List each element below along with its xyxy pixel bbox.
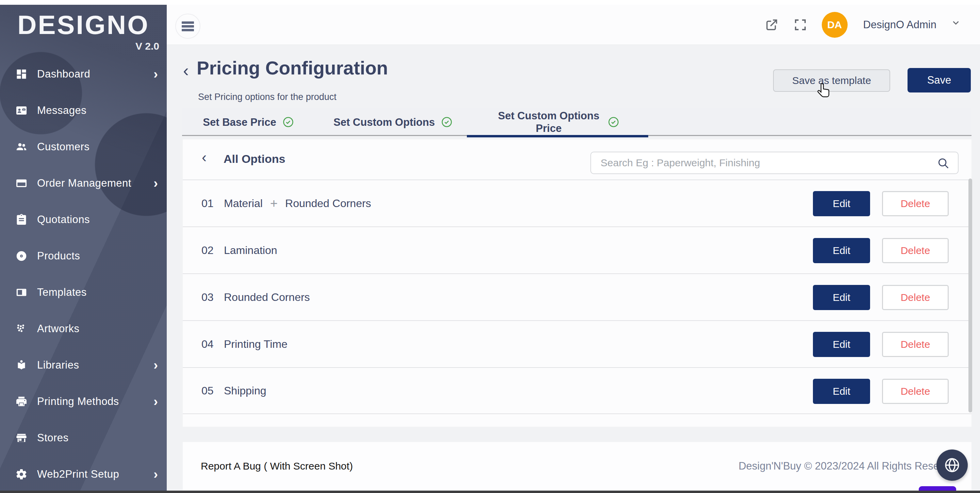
sidebar-item-quotations[interactable]: Quotations: [0, 201, 167, 238]
tab-label: Set Base Price: [203, 116, 276, 128]
templates-icon: [15, 286, 27, 298]
option-name: Lamination: [224, 244, 277, 257]
search-icon[interactable]: [937, 157, 950, 170]
dashboard-icon: [15, 68, 27, 80]
search-box: [590, 152, 959, 174]
chevron-right-icon: ›: [153, 359, 158, 372]
chevron-right-icon: ›: [153, 468, 158, 481]
user-menu-label[interactable]: DesignO Admin: [863, 19, 937, 31]
sidebar-item-label: Order Management: [37, 177, 131, 189]
sidebar-item-label: Templates: [37, 286, 87, 298]
delete-button[interactable]: Delete: [882, 191, 949, 216]
option-secondary-name: Rounded Corners: [285, 197, 371, 210]
pricing-tabs: Set Base Price Set Custom Options Set Cu…: [182, 108, 972, 136]
options-card-header: ‹ All Options: [183, 139, 972, 179]
printing-methods-icon: [15, 395, 27, 407]
open-in-new-icon[interactable]: [765, 18, 779, 32]
sidebar-item-artworks[interactable]: Artworks: [0, 311, 167, 347]
sidebar-item-label: Messages: [37, 105, 86, 117]
options-card: ‹ All Options 01 Material + Rounded Corn…: [183, 139, 972, 427]
tab-label: Set Custom Options: [334, 116, 435, 128]
sidebar-item-dashboard[interactable]: Dashboard ›: [0, 56, 167, 92]
sidebar-item-label: Dashboard: [37, 68, 90, 80]
window-top-strip: [0, 0, 980, 5]
option-row: 01 Material + Rounded Corners Edit Delet…: [183, 179, 972, 227]
sidebar-item-label: Stores: [37, 432, 69, 444]
tab-set-base-price[interactable]: Set Base Price: [191, 108, 306, 136]
sidebar-item-libraries[interactable]: Libraries ›: [0, 347, 167, 383]
globe-icon: [943, 457, 961, 474]
options-heading: All Options: [224, 152, 285, 166]
sidebar-item-messages[interactable]: Messages: [0, 92, 167, 128]
order-management-icon: [15, 177, 27, 189]
window-bottom-strip: [0, 491, 980, 493]
sidebar-item-label: Artworks: [37, 323, 80, 335]
delete-button[interactable]: Delete: [882, 285, 949, 310]
stores-icon: [15, 432, 27, 444]
check-circle-icon: [282, 116, 294, 128]
delete-button[interactable]: Delete: [882, 238, 949, 263]
chevron-right-icon: ›: [153, 177, 158, 190]
edit-button[interactable]: Edit: [813, 379, 870, 404]
messages-icon: [15, 105, 27, 117]
sidebar-item-customers[interactable]: Customers: [0, 128, 167, 165]
option-name: Printing Time: [224, 338, 288, 350]
menu-toggle-button[interactable]: [175, 14, 200, 39]
option-name: Shipping: [224, 385, 266, 397]
option-row: 03 Rounded Corners Edit Delete: [183, 273, 972, 320]
chevron-right-icon: ›: [153, 68, 158, 81]
back-chevron-icon[interactable]: ‹: [202, 150, 207, 165]
sidebar-item-label: Libraries: [37, 359, 79, 371]
chevron-right-icon: ›: [153, 395, 158, 408]
sidebar: DESIGNO V 2.0 Dashboard › Messages Custo…: [0, 5, 167, 491]
page-title: Pricing Configuration: [197, 57, 388, 79]
delete-button[interactable]: Delete: [882, 379, 949, 404]
search-input[interactable]: [591, 157, 958, 169]
back-chevron-icon[interactable]: ‹: [183, 62, 189, 79]
tab-label: Set Custom Options Price: [496, 109, 601, 135]
delete-button[interactable]: Delete: [882, 332, 949, 357]
app-version: V 2.0: [0, 40, 167, 52]
edit-button[interactable]: Edit: [813, 332, 870, 357]
edit-button[interactable]: Edit: [813, 191, 870, 216]
quotations-icon: [15, 214, 27, 226]
web2print-setup-icon: [15, 468, 27, 480]
save-as-template-button[interactable]: Save as template: [773, 69, 890, 92]
page-subtitle: Set Pricing options for the product: [198, 92, 337, 102]
sidebar-item-templates[interactable]: Templates: [0, 274, 167, 311]
sidebar-item-products[interactable]: Products: [0, 238, 167, 274]
language-globe-button[interactable]: [937, 450, 968, 481]
sidebar-item-label: Printing Methods: [37, 395, 119, 407]
sidebar-item-web2print-setup[interactable]: Web2Print Setup ›: [0, 456, 167, 491]
avatar[interactable]: DA: [822, 12, 848, 38]
libraries-icon: [15, 359, 27, 371]
row-number: 03: [202, 291, 224, 304]
option-row: 05 Shipping Edit Delete: [183, 367, 972, 414]
row-number: 02: [202, 244, 224, 257]
tab-set-custom-options[interactable]: Set Custom Options: [325, 108, 461, 136]
report-bug-link[interactable]: Report A Bug ( With Screen Shot): [201, 460, 353, 472]
option-row: 02 Lamination Edit Delete: [183, 227, 972, 273]
sidebar-item-stores[interactable]: Stores: [0, 420, 167, 456]
sidebar-item-order-management[interactable]: Order Management ›: [0, 165, 167, 201]
edit-button[interactable]: Edit: [813, 285, 870, 310]
chevron-down-icon[interactable]: [951, 18, 965, 32]
tab-set-custom-options-price[interactable]: Set Custom Options Price: [467, 108, 648, 136]
option-name: Rounded Corners: [224, 291, 310, 304]
save-button[interactable]: Save: [907, 68, 971, 92]
vertical-scrollbar-thumb[interactable]: [969, 179, 972, 412]
row-number: 04: [202, 338, 224, 350]
check-circle-icon: [441, 116, 453, 128]
row-number: 05: [202, 385, 224, 397]
fullscreen-icon[interactable]: [793, 18, 808, 32]
footer: Report A Bug ( With Screen Shot) Design'…: [183, 442, 972, 490]
options-list: 01 Material + Rounded Corners Edit Delet…: [183, 179, 972, 414]
check-circle-icon: [608, 116, 619, 128]
row-number: 01: [202, 197, 224, 210]
sidebar-item-label: Quotations: [37, 214, 90, 226]
edit-button[interactable]: Edit: [813, 238, 870, 263]
sidebar-item-label: Customers: [37, 141, 89, 153]
option-row: 04 Printing Time Edit Delete: [183, 320, 972, 367]
sidebar-item-printing-methods[interactable]: Printing Methods ›: [0, 383, 167, 420]
products-icon: [15, 250, 27, 262]
